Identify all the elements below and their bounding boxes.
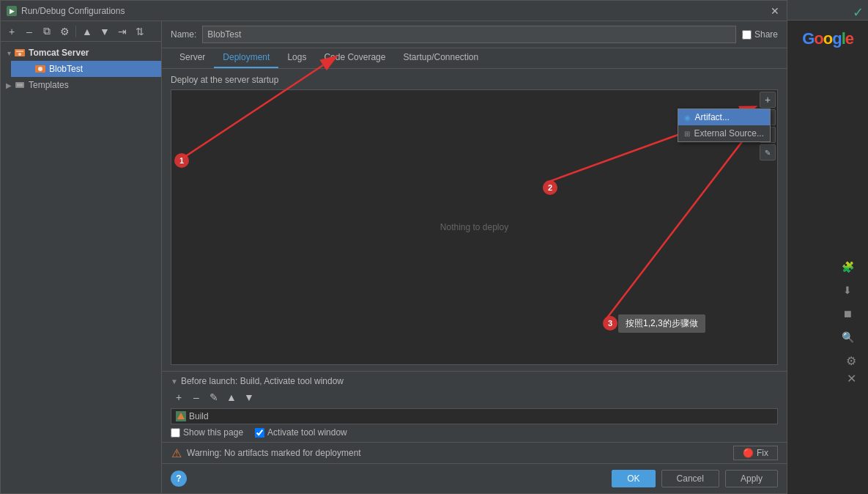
before-launch-title: Before launch: Build, Activate tool wind… [181, 376, 344, 386]
dropdown-menu: ◉ Artifact... ⊞ External Source... [678, 108, 771, 142]
blobtest-arrow [24, 64, 34, 74]
activate-window-text: Activate tool window [267, 427, 347, 438]
activate-window-label[interactable]: Activate tool window [255, 427, 347, 438]
dropdown-item-artifact[interactable]: ◉ Artifact... [678, 109, 770, 125]
tomcat-children: BlobTest [1, 61, 161, 77]
svg-point-4 [38, 67, 42, 71]
before-launch-up[interactable]: ▲ [223, 389, 240, 405]
show-page-label[interactable]: Show this page [171, 427, 243, 438]
help-button[interactable]: ? [171, 471, 187, 487]
svg-marker-8 [177, 413, 185, 419]
tree-item-blobtest[interactable]: BlobTest [11, 61, 161, 77]
section-header: Deploy at the server startup [171, 75, 778, 85]
build-icon [176, 411, 186, 421]
tomcat-server-icon [14, 47, 26, 59]
expand-arrow-templates: ▶ [4, 80, 14, 90]
templates-icon [14, 79, 26, 91]
before-launch-remove[interactable]: – [188, 389, 204, 405]
name-input[interactable] [202, 26, 736, 43]
deploy-add-button[interactable]: + [760, 92, 776, 108]
warning-icon: ⚠ [171, 447, 182, 459]
options-row: Show this page Activate tool window [171, 427, 778, 438]
share-label: Share [754, 29, 778, 40]
fix-label: Fix [757, 448, 768, 458]
artifact-icon: ◉ [684, 114, 691, 122]
external-label: External Source... [694, 128, 764, 139]
copy-config-button[interactable]: ⧉ [39, 23, 55, 40]
tab-coverage[interactable]: Code Coverage [315, 48, 394, 68]
activate-window-checkbox[interactable] [255, 428, 264, 438]
ide-checkmark: ✓ [853, 4, 864, 21]
before-launch-down[interactable]: ▼ [241, 389, 257, 405]
separator [75, 26, 76, 37]
settings-config-button[interactable]: ⚙ [56, 23, 73, 40]
left-toolbar: + – ⧉ ⚙ ▲ ▼ ⇥ ⇅ [1, 21, 161, 42]
tomcat-server-label: Tomcat Server [29, 48, 89, 58]
artifact-label: Artifact... [695, 112, 730, 122]
share-checkbox[interactable]: Share [742, 29, 778, 40]
build-item: Build [171, 408, 778, 424]
tab-server[interactable]: Server [171, 48, 214, 68]
expand-arrow-tomcat: ▾ [4, 48, 14, 58]
remove-config-button[interactable]: – [21, 23, 37, 40]
share-checkbox-input[interactable] [742, 30, 752, 40]
svg-point-2 [18, 53, 21, 56]
ide-gear-icon: ⚙ [846, 354, 856, 368]
before-launch-header[interactable]: ▼ Before launch: Build, Activate tool wi… [171, 376, 778, 386]
tab-logs[interactable]: Logs [278, 48, 315, 68]
ide-area: ✓ Google 🧩 ⬇ ⏹ 🔍 ⚙ ✕ [787, 0, 868, 494]
sort-config-button[interactable]: ⇅ [132, 23, 148, 40]
before-launch-edit[interactable]: ✎ [206, 389, 222, 405]
name-label: Name: [171, 29, 196, 40]
fix-icon: 🔴 [743, 448, 754, 458]
svg-rect-1 [16, 51, 23, 52]
ide-stop-icon: ⏹ [839, 305, 856, 322]
title-bar: ▶ Run/Debug Configurations ✕ [1, 1, 787, 21]
title-bar-icon: ▶ [7, 6, 17, 16]
tree-item-templates[interactable]: ▶ Templates [1, 77, 161, 93]
config-tree: ▾ Tomcat Server [1, 42, 161, 493]
collapse-arrow: ▼ [171, 377, 178, 386]
build-label: Build [189, 411, 209, 421]
title-bar-title: Run/Debug Configurations [21, 6, 769, 16]
tab-deployment[interactable]: Deployment [214, 48, 278, 68]
right-panel: Name: Share Server Deployment Logs Code … [162, 21, 787, 493]
before-launch-add[interactable]: + [171, 389, 187, 405]
blobtest-icon [34, 63, 46, 75]
warning-text: Warning: No artifacts marked for deploym… [187, 448, 361, 458]
blobtest-label: BlobTest [49, 64, 83, 74]
bottom-buttons: ? OK Cancel Apply [162, 463, 787, 493]
tab-startup[interactable]: Startup/Connection [394, 48, 487, 68]
move-config-button[interactable]: ⇥ [114, 23, 130, 40]
before-launch-toolbar: + – ✎ ▲ ▼ [171, 389, 778, 405]
show-page-text: Show this page [183, 427, 243, 438]
apply-button[interactable]: Apply [725, 470, 778, 487]
tree-item-tomcat-server[interactable]: ▾ Tomcat Server [1, 45, 161, 61]
ide-search-icon: 🔍 [839, 328, 856, 346]
fix-button[interactable]: 🔴 Fix [733, 446, 778, 460]
close-button[interactable]: ✕ [769, 5, 781, 17]
warning-row: ⚠ Warning: No artifacts marked for deplo… [162, 442, 787, 463]
name-row: Name: Share [162, 21, 787, 48]
svg-rect-5 [15, 82, 24, 88]
deploy-edit-button[interactable]: ✎ [760, 144, 776, 161]
show-page-checkbox[interactable] [171, 428, 180, 438]
ide-download-icon: ⬇ [839, 281, 856, 299]
ide-close-right-icon: ✕ [847, 372, 856, 386]
templates-label: Templates [29, 80, 69, 90]
left-panel: + – ⧉ ⚙ ▲ ▼ ⇥ ⇅ ▾ [1, 21, 162, 493]
google-logo: Google [802, 29, 853, 48]
before-launch-section: ▼ Before launch: Build, Activate tool wi… [162, 371, 787, 442]
cancel-button[interactable]: Cancel [661, 470, 719, 487]
tabs-row: Server Deployment Logs Code Coverage Sta… [162, 48, 787, 69]
ide-side-icons: 🧩 ⬇ ⏹ 🔍 [839, 257, 856, 347]
add-config-button[interactable]: + [4, 23, 20, 40]
ok-button[interactable]: OK [612, 470, 655, 487]
dropdown-item-external[interactable]: ⊞ External Source... [678, 125, 770, 141]
ide-plugin-icon: 🧩 [839, 258, 856, 276]
down-config-button[interactable]: ▼ [97, 23, 113, 40]
up-config-button[interactable]: ▲ [79, 23, 95, 40]
external-icon: ⊞ [684, 130, 690, 138]
